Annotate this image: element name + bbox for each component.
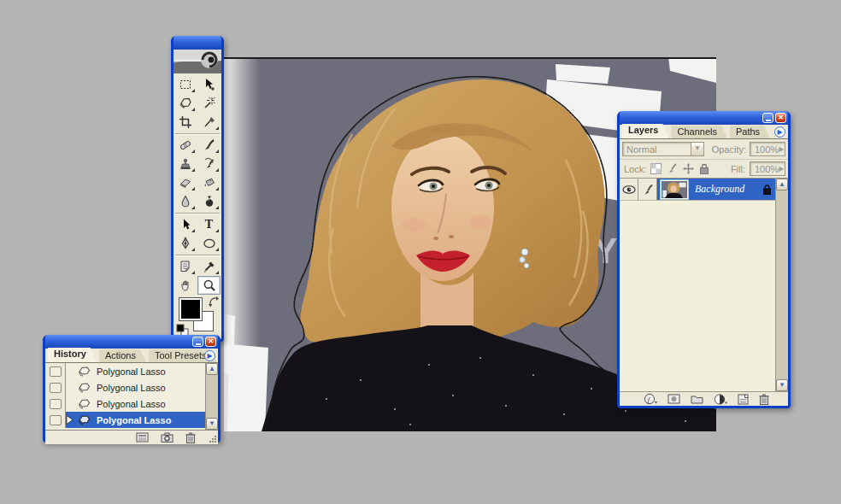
polygonal-lasso-icon (74, 366, 93, 378)
lock-fill-row: Lock: Fill: 100%▶ (620, 160, 788, 179)
layer-row-background[interactable]: Background (620, 179, 788, 201)
history-state-row-selected[interactable]: Polygonal Lasso (45, 412, 218, 428)
hand-tool[interactable] (173, 276, 197, 295)
magic-wand-tool[interactable] (197, 94, 221, 113)
history-source-well[interactable] (45, 396, 66, 412)
new-document-from-state-icon[interactable] (136, 432, 149, 442)
fill-value-box[interactable]: 100%▶ (750, 161, 785, 176)
layers-tabbar: Layers Channels Paths ▶ (620, 125, 788, 139)
type-tool-glyph: T (205, 218, 213, 231)
minimize-button[interactable] (762, 113, 773, 123)
close-button[interactable]: ✕ (205, 337, 216, 347)
layer-name[interactable]: Background (695, 183, 756, 196)
layer-mask-icon[interactable] (668, 394, 680, 404)
delete-state-icon[interactable] (185, 432, 196, 443)
pen-tool[interactable] (173, 234, 197, 253)
history-list: Polygonal Lasso Polygonal Lasso Polygona… (45, 363, 218, 431)
chevron-down-icon[interactable]: ▼ (691, 143, 703, 155)
visibility-toggle[interactable] (620, 179, 638, 200)
rectangular-marquee-tool[interactable] (173, 75, 197, 94)
history-state-row[interactable]: Polygonal Lasso (45, 379, 218, 396)
healing-brush-tool[interactable] (173, 136, 197, 155)
history-bottom-bar (45, 431, 218, 444)
blend-opacity-row: Normal ▼ Opacity: 100%▶ (620, 139, 788, 160)
lock-transparency-icon[interactable] (650, 163, 662, 174)
fill-label: Fill: (731, 164, 745, 174)
lock-position-icon[interactable] (683, 163, 694, 174)
history-source-well[interactable] (45, 379, 66, 396)
current-state-marker-icon[interactable] (66, 415, 74, 425)
adjustment-layer-icon[interactable] (714, 394, 727, 405)
delete-layer-icon[interactable] (759, 394, 769, 405)
panel-menu-icon[interactable]: ▶ (204, 350, 215, 361)
opacity-value-box[interactable]: 100%▶ (750, 142, 785, 156)
lock-icons (650, 163, 709, 174)
history-panel: ✕ History Actions Tool Presets ▶ Polygon… (43, 335, 221, 442)
history-state-row[interactable]: Polygonal Lasso (45, 363, 218, 379)
eraser-tool[interactable] (173, 173, 197, 192)
close-button[interactable]: ✕ (775, 113, 786, 123)
type-tool[interactable]: T (197, 215, 221, 234)
toolbox-titlebar[interactable] (173, 36, 221, 50)
scroll-down-icon[interactable]: ▼ (206, 418, 218, 430)
polygonal-lasso-icon (74, 414, 93, 426)
scroll-down-icon[interactable]: ▼ (776, 379, 788, 391)
layers-panel: ✕ Layers Channels Paths ▶ Normal ▼ Opaci… (617, 111, 791, 408)
brush-icon (642, 184, 654, 196)
history-titlebar[interactable]: ✕ (45, 335, 218, 349)
shape-ellipse-tool[interactable] (197, 234, 221, 253)
minimize-button[interactable] (192, 337, 203, 347)
photoshop-desktop: { "app": "photoshop-classic-workspace", … (0, 0, 841, 504)
move-tool[interactable] (197, 75, 221, 94)
layers-scrollbar[interactable]: ▲ ▼ (775, 179, 788, 391)
tab-paths[interactable]: Paths (730, 126, 770, 138)
zoom-tool[interactable] (197, 276, 221, 295)
lock-all-icon[interactable] (699, 163, 709, 174)
panel-menu-icon[interactable]: ▶ (774, 126, 785, 138)
foreground-color-swatch[interactable] (179, 298, 202, 320)
history-source-well[interactable] (45, 412, 66, 428)
chevron-right-icon: ▶ (779, 165, 784, 173)
layers-titlebar[interactable]: ✕ (620, 111, 788, 125)
resize-grip[interactable] (209, 435, 217, 443)
new-snapshot-icon[interactable] (161, 432, 173, 442)
tab-channels[interactable]: Channels (671, 126, 726, 138)
eye-icon (622, 185, 636, 194)
photoshop-eye-banner (173, 50, 221, 73)
new-layer-icon[interactable] (738, 394, 749, 405)
polygonal-lasso-tool[interactable] (173, 94, 197, 113)
history-brush-tool[interactable] (197, 155, 221, 173)
burn-tool[interactable] (197, 192, 221, 211)
path-selection-tool[interactable] (173, 215, 197, 234)
brush-tool[interactable] (197, 136, 221, 155)
polygonal-lasso-icon (74, 398, 93, 410)
history-tabbar: History Actions Tool Presets ▶ (45, 349, 218, 363)
blur-tool[interactable] (173, 192, 197, 211)
polygonal-lasso-icon (74, 382, 93, 394)
lock-image-icon[interactable] (667, 163, 678, 174)
scroll-up-icon[interactable]: ▲ (776, 179, 788, 190)
crop-tool[interactable] (173, 113, 197, 132)
tab-actions[interactable]: Actions (99, 349, 146, 362)
tab-layers[interactable]: Layers (622, 124, 668, 138)
history-source-well[interactable] (45, 363, 66, 379)
swap-colors-icon[interactable] (209, 296, 221, 308)
chevron-right-icon: ▶ (779, 145, 784, 153)
layer-style-icon[interactable]: f (644, 393, 657, 405)
history-scrollbar[interactable]: ▲ ▼ (205, 363, 218, 430)
scroll-up-icon[interactable]: ▲ (206, 363, 218, 375)
paint-bucket-tool[interactable] (197, 173, 221, 192)
blend-mode-select[interactable]: Normal ▼ (622, 142, 704, 156)
opacity-label: Opacity: (712, 144, 746, 155)
clone-stamp-tool[interactable] (173, 155, 197, 173)
slice-tool[interactable] (197, 113, 221, 132)
layers-bottom-bar: f (620, 391, 788, 406)
layer-lock-icon (762, 184, 772, 195)
eyedropper-tool[interactable] (197, 257, 221, 276)
history-state-row[interactable]: Polygonal Lasso (45, 396, 218, 412)
new-layer-set-icon[interactable] (691, 394, 703, 404)
tab-history[interactable]: History (48, 348, 97, 362)
lock-label: Lock: (624, 164, 646, 174)
notes-tool[interactable] (173, 257, 197, 276)
layer-thumbnail[interactable] (661, 180, 688, 199)
